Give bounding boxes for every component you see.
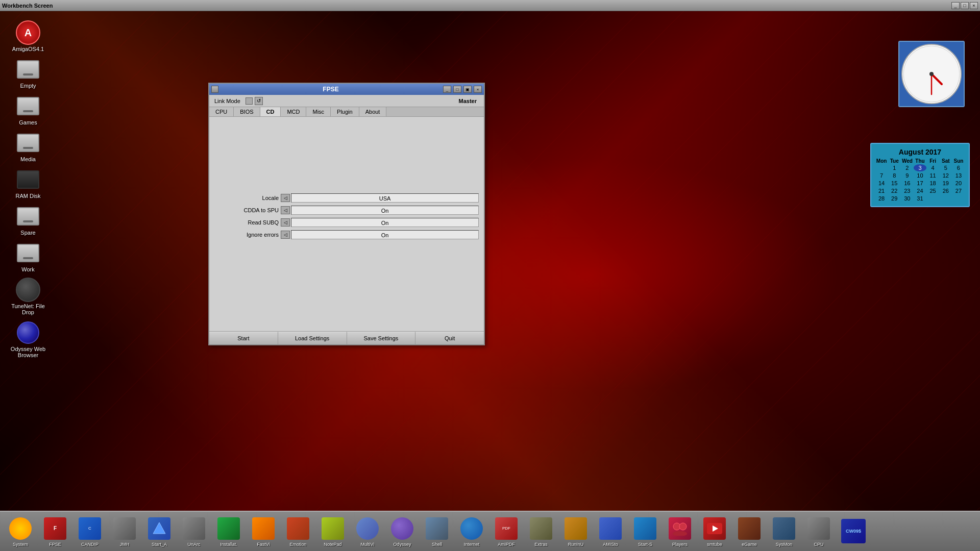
cal-day-25[interactable]: 25 [927,187,939,194]
taskbar-start-s[interactable]: Start-S [629,516,662,547]
desktop-icon-media[interactable]: Media [5,131,51,162]
taskbar-smtube[interactable]: smtube [698,516,731,547]
cal-day-23[interactable]: 23 [901,187,913,194]
tab-cpu[interactable]: CPU [209,107,234,116]
cal-header-wed: Wed [901,158,913,164]
taskbar-unarc[interactable]: UnArc [178,516,210,547]
taskbar-egame[interactable]: eGame [733,516,766,547]
fpse-maximize-button[interactable]: □ [453,86,461,93]
cal-day-8[interactable]: 8 [888,172,900,179]
games-label: Games [19,119,37,126]
taskbar-installat[interactable]: Installat. [212,516,245,547]
taskbar-notepad[interactable]: NotePad [316,516,349,547]
cal-day-28[interactable]: 28 [875,195,888,202]
title-bar-close[interactable]: × [970,2,978,9]
taskbar-multivi[interactable]: MultiVi [351,516,384,547]
amisto-label: AMISto [603,542,618,547]
cal-day-15[interactable]: 15 [888,180,900,187]
cal-day-30[interactable]: 30 [901,195,913,202]
taskbar-odyssey[interactable]: Odyssey [386,516,419,547]
tab-about[interactable]: About [359,107,387,116]
egame-icon [738,517,761,540]
taskbar-shell[interactable]: Shell [421,516,453,547]
cal-day-2[interactable]: 2 [901,164,913,171]
jmh-label: JMH [120,542,130,547]
taskbar-extras[interactable]: Extras [525,516,557,547]
cdda-toggle[interactable]: ◁ [281,206,290,214]
tab-misc[interactable]: Misc [306,107,331,116]
cal-day-22[interactable]: 22 [888,187,900,194]
taskbar-candip[interactable]: C CANDIP [74,516,106,547]
tab-plugin[interactable]: Plugin [331,107,359,116]
cal-day-27[interactable]: 27 [952,187,965,194]
fpse-fullscreen-button[interactable]: ▣ [463,86,472,93]
cal-day-5[interactable]: 5 [940,164,952,171]
cal-day-24[interactable]: 24 [914,187,926,194]
cal-day-19[interactable]: 19 [940,180,952,187]
taskbar-jmh[interactable]: JMH [108,516,141,547]
cal-day-1[interactable]: 1 [888,164,900,171]
cal-day-7[interactable]: 7 [875,172,888,179]
desktop-icon-amigaos[interactable]: AmigaOS4.1 [5,20,51,52]
ignore-toggle[interactable]: ◁ [281,231,290,239]
link-refresh-button[interactable]: ↺ [255,97,263,105]
fpse-tb-label: FPSE [49,542,61,547]
cal-day-6[interactable]: 6 [952,164,965,171]
cal-day-29[interactable]: 29 [888,195,900,202]
desktop-icon-odyssey[interactable]: Odyssey Web Browser [5,320,51,358]
fpse-close-button[interactable] [211,86,218,93]
locale-toggle[interactable]: ◁ [281,194,290,202]
svg-point-8 [679,523,687,530]
title-bar-minimize[interactable]: _ [951,2,960,9]
cal-day-17[interactable]: 17 [914,180,926,187]
clock-widget [898,41,965,107]
cal-day-9[interactable]: 9 [901,172,913,179]
taskbar-system[interactable]: System [4,516,37,547]
cal-day-20[interactable]: 20 [952,180,965,187]
desktop-icon-spare[interactable]: Spare [5,204,51,236]
taskbar-amipdf[interactable]: PDF AmiPDF [490,516,523,547]
taskbar-players[interactable]: Players [664,516,696,547]
taskbar-fpse[interactable]: F FPSE [39,516,71,547]
desktop-icon-ramdisk[interactable]: RAM Disk [5,167,51,199]
cal-day-18[interactable]: 18 [927,180,939,187]
tab-bios[interactable]: BIOS [234,107,260,116]
cal-day-empty-2 [927,195,939,202]
title-bar-maximize[interactable]: □ [961,2,969,9]
load-settings-button[interactable]: Load Settings [278,332,347,344]
tab-cd[interactable]: CD [260,107,281,116]
cal-day-31[interactable]: 31 [914,195,926,202]
cal-day-16[interactable]: 16 [901,180,913,187]
taskbar-start-a[interactable]: Start_A [143,516,176,547]
cal-day-14[interactable]: 14 [875,180,888,187]
taskbar-internet[interactable]: Internet [455,516,488,547]
start-button[interactable]: Start [209,332,278,344]
cal-day-13[interactable]: 13 [952,172,965,179]
taskbar-sysmon[interactable]: SysMon [768,516,800,547]
taskbar-runinU[interactable]: RunInU [559,516,592,547]
tab-mcd[interactable]: MCD [281,107,306,116]
link-mode-toggle[interactable] [246,97,253,105]
cal-day-11[interactable]: 11 [927,172,939,179]
subq-toggle[interactable]: ◁ [281,218,290,227]
taskbar-emotion[interactable]: Emotion [282,516,314,547]
taskbar-cpu[interactable]: CPU [802,516,835,547]
quit-button[interactable]: Quit [415,332,484,344]
save-settings-button[interactable]: Save Settings [347,332,416,344]
taskbar-amisto[interactable]: AMISto [594,516,627,547]
fpse-minimize-button[interactable]: _ [443,86,451,93]
fpse-close2-button[interactable]: × [474,86,482,93]
cal-day-12[interactable]: 12 [940,172,952,179]
cal-day-4[interactable]: 4 [927,164,939,171]
cal-day-3[interactable]: 3 [914,164,926,171]
taskbar-cw[interactable]: CW09$ [837,519,870,544]
desktop-icon-work[interactable]: Work [5,241,51,272]
cal-day-26[interactable]: 26 [940,187,952,194]
desktop-icon-empty[interactable]: Empty [5,57,51,89]
cal-day-10[interactable]: 10 [914,172,926,179]
games-drive-icon [17,97,39,115]
cal-day-21[interactable]: 21 [875,187,888,194]
taskbar-fastvi[interactable]: FastVi [247,516,280,547]
desktop-icon-games[interactable]: Games [5,94,51,126]
desktop-icon-tunenet[interactable]: TuneNet: File Drop [5,278,51,315]
